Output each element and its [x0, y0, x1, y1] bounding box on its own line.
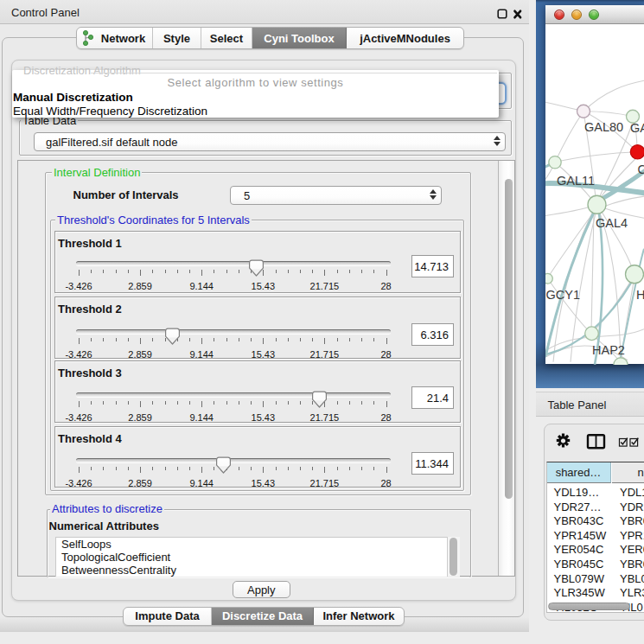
svg-text:GCY1: GCY1: [546, 288, 581, 302]
svg-text:GAL80: GAL80: [584, 120, 623, 134]
svg-text:C: C: [638, 162, 644, 175]
svg-text:H: H: [636, 288, 644, 302]
svg-text:GAL4: GAL4: [596, 216, 628, 230]
svg-text:GAL11: GAL11: [557, 174, 595, 188]
svg-text:GA: GA: [630, 121, 644, 135]
svg-text:HAP2: HAP2: [592, 342, 625, 356]
